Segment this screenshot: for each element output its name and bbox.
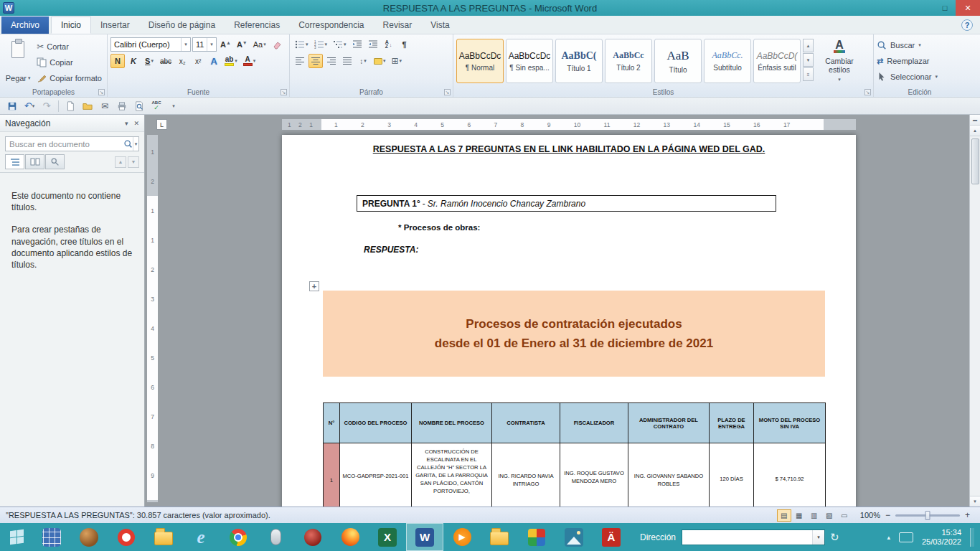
taskbar-app-button-2[interactable] xyxy=(257,523,294,551)
browse-results-tab[interactable] xyxy=(45,154,65,169)
format-painter-button[interactable]: Copiar formato xyxy=(34,71,104,85)
new-document-button[interactable] xyxy=(62,99,78,113)
tab-stop-selector[interactable]: L xyxy=(156,119,167,130)
tab-vista[interactable]: Vista xyxy=(421,17,458,34)
draft-view-button[interactable]: ▭ xyxy=(837,509,852,522)
search-options-icon[interactable]: ▾ xyxy=(133,137,138,151)
save-button[interactable] xyxy=(4,99,20,113)
underline-button[interactable]: S▾ xyxy=(142,54,156,68)
zoom-in-button[interactable]: + xyxy=(965,510,970,520)
align-center-button[interactable] xyxy=(308,54,323,68)
scrollbar-thumb[interactable] xyxy=(971,138,979,184)
superscript-button[interactable]: x² xyxy=(191,54,205,68)
go-refresh-icon[interactable]: ↻ xyxy=(830,531,839,544)
tab-inicio[interactable]: Inicio xyxy=(51,17,91,34)
italic-button[interactable]: K xyxy=(126,54,141,68)
tab-revisar[interactable]: Revisar xyxy=(374,17,422,34)
dialog-launcher-icon[interactable]: ↘ xyxy=(864,89,871,95)
taskbar-media-player-button[interactable]: ▶ xyxy=(443,523,481,551)
styles-scroll-up-button[interactable]: ▲ xyxy=(803,39,814,52)
clear-formatting-button[interactable] xyxy=(270,37,284,52)
style-subtitulo[interactable]: AaBbCc.Subtítulo xyxy=(704,39,751,83)
taskbar-opera-button[interactable] xyxy=(108,523,145,551)
copy-button[interactable]: Copiar xyxy=(34,55,104,69)
minimize-button[interactable] xyxy=(913,0,934,16)
change-case-button[interactable]: Aa▾ xyxy=(251,37,268,52)
style-normal[interactable]: AaBbCcDc¶ Normal xyxy=(456,39,504,83)
taskbar-word-button[interactable]: W xyxy=(406,523,443,551)
taskbar-excel-button[interactable]: X xyxy=(369,523,406,551)
taskbar-internet-explorer-button[interactable]: e xyxy=(182,523,220,551)
font-name-combo[interactable]: Calibri (Cuerpo)▾ xyxy=(110,37,191,52)
spelling-button[interactable]: ABC✓ xyxy=(149,99,164,113)
vertical-ruler[interactable]: 1 2 1 1 2 3 4 5 6 7 8 9 xyxy=(147,135,158,502)
show-hidden-icons-button[interactable]: ▴ xyxy=(887,534,890,541)
web-layout-view-button[interactable]: ▥ xyxy=(807,509,821,522)
scroll-up-button[interactable]: ▲ xyxy=(970,126,980,136)
find-button[interactable]: Buscar▾ xyxy=(877,39,963,52)
redo-button[interactable]: ↷ xyxy=(39,99,55,113)
document-page[interactable]: RESPUESTA A LAS 7 PREGUNTAS EN EL LINK H… xyxy=(282,135,856,507)
chevron-down-icon[interactable]: ▾ xyxy=(181,38,190,51)
bold-button[interactable]: N xyxy=(110,54,125,68)
tab-referencias[interactable]: Referencias xyxy=(225,17,289,34)
outline-view-button[interactable]: ▧ xyxy=(822,509,837,522)
align-left-button[interactable] xyxy=(293,54,307,68)
cut-button[interactable]: ✂Cortar xyxy=(34,39,104,53)
address-dropdown-icon[interactable]: ▾ xyxy=(812,530,824,545)
highlight-button[interactable]: ab▾ xyxy=(222,54,240,68)
quick-print-button[interactable] xyxy=(114,99,130,113)
browse-pages-tab[interactable] xyxy=(25,154,44,169)
tab-archivo[interactable]: Archivo xyxy=(1,17,49,34)
vertical-scrollbar[interactable]: ▬ ▲ ▼ xyxy=(969,115,980,507)
styles-scroll-down-button[interactable]: ▼ xyxy=(803,53,814,67)
pane-options-button[interactable]: ▾ xyxy=(125,120,128,127)
taskbar-chrome-button[interactable] xyxy=(220,523,257,551)
dialog-launcher-icon[interactable]: ↘ xyxy=(281,89,287,95)
scroll-down-button[interactable]: ▼ xyxy=(970,496,980,507)
tab-insertar[interactable]: Insertar xyxy=(91,17,139,34)
sort-button[interactable]: AZ↓ xyxy=(382,37,396,52)
shrink-font-button[interactable]: A▼ xyxy=(235,37,250,52)
font-size-combo[interactable]: 11▾ xyxy=(192,37,217,52)
taskbar-folder-button[interactable] xyxy=(481,523,518,551)
email-button[interactable]: ✉ xyxy=(97,99,113,113)
text-effects-button[interactable]: A xyxy=(207,54,221,68)
search-input[interactable] xyxy=(6,140,123,149)
numbering-button[interactable]: 123▾ xyxy=(312,37,330,52)
close-button[interactable]: ✕ xyxy=(956,0,980,16)
subscript-button[interactable]: x₂ xyxy=(175,54,189,68)
font-color-button[interactable]: A▾ xyxy=(241,54,258,68)
style-titulo-1[interactable]: AaBbC(Título 1 xyxy=(555,39,603,83)
multilevel-list-button[interactable]: ▾ xyxy=(331,37,349,52)
increase-indent-button[interactable] xyxy=(366,37,380,52)
show-paragraph-marks-button[interactable]: ¶ xyxy=(397,37,412,52)
taskbar-app-button-1[interactable] xyxy=(70,523,108,551)
change-styles-button[interactable]: A Cambiar estilos ▾ xyxy=(818,37,861,84)
borders-button[interactable]: ⊞▾ xyxy=(390,54,405,68)
start-button[interactable] xyxy=(0,523,33,551)
style-enfasis-sutil[interactable]: AaBbCcD(Énfasis sutil xyxy=(753,39,801,83)
table-move-handle-icon[interactable]: + xyxy=(309,281,319,291)
taskbar-calculator-button[interactable] xyxy=(33,523,70,551)
style-titulo-2[interactable]: AaBbCcTítulo 2 xyxy=(605,39,652,83)
taskbar-firefox-button[interactable] xyxy=(331,523,369,551)
ruler-toggle-button[interactable]: ▬ xyxy=(970,115,980,126)
zoom-slider-thumb[interactable] xyxy=(925,511,930,520)
select-button[interactable]: Seleccionar▾ xyxy=(877,70,963,83)
horizontal-ruler[interactable]: 1 2 1 1 2 3 4 5 6 7 8 9 10 11 12 13 14 1… xyxy=(282,119,856,130)
style-titulo[interactable]: AaBTítulo xyxy=(654,39,702,83)
strikethrough-button[interactable]: abc xyxy=(158,54,174,68)
chevron-down-icon[interactable]: ▾ xyxy=(207,38,216,51)
fullscreen-reading-view-button[interactable]: ▦ xyxy=(792,509,806,522)
help-icon[interactable]: ? xyxy=(961,19,973,31)
search-icon[interactable] xyxy=(123,139,133,149)
taskbar-app-button-4[interactable] xyxy=(518,523,555,551)
address-input[interactable] xyxy=(682,532,812,542)
grow-font-button[interactable]: A▲ xyxy=(218,37,233,52)
show-desktop-button[interactable] xyxy=(970,528,974,547)
styles-more-button[interactable]: ≡ xyxy=(803,67,814,81)
previous-result-button[interactable]: ▲ xyxy=(115,156,126,168)
zoom-level[interactable]: 100% xyxy=(860,511,880,519)
taskbar-file-explorer-button[interactable] xyxy=(145,523,182,551)
